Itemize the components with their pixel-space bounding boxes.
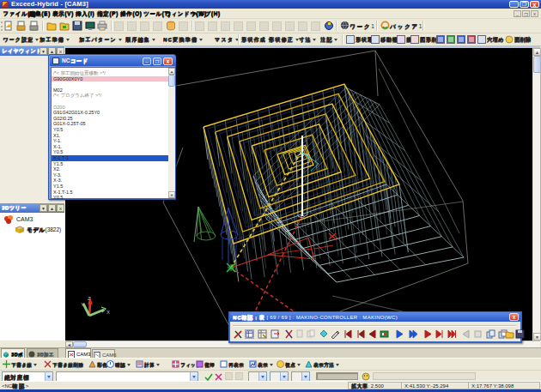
svg-text:Y: Y — [81, 302, 84, 307]
svg-text:Z: Z — [88, 296, 91, 301]
svg-text:X: X — [106, 310, 110, 315]
